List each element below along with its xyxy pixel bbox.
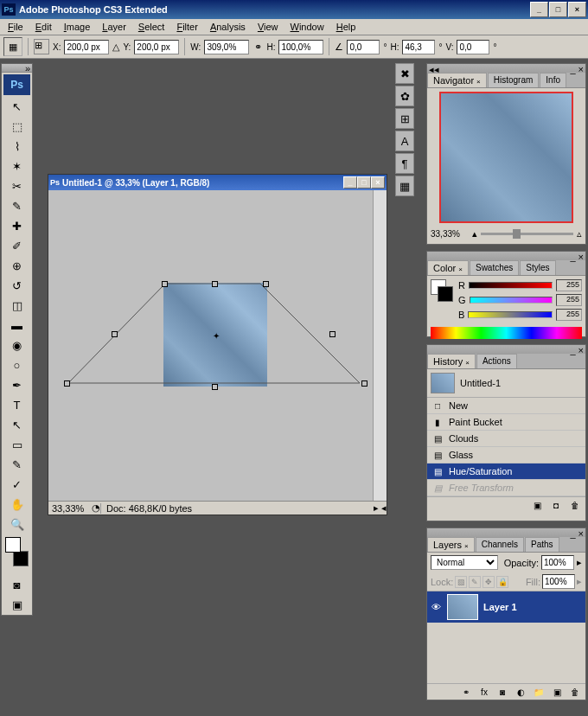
- gradient-tool[interactable]: ▬: [7, 316, 28, 335]
- canvas[interactable]: ✦: [48, 190, 373, 501]
- layer-name[interactable]: Layer 1: [483, 602, 517, 612]
- doc-minimize-button[interactable]: _: [343, 176, 357, 189]
- tab-history[interactable]: History×: [427, 354, 476, 368]
- history-newdoc-icon[interactable]: ▣: [530, 499, 544, 511]
- fill-input[interactable]: [542, 574, 575, 589]
- layer-thumbnail[interactable]: [447, 594, 478, 620]
- move-tool[interactable]: ↖: [7, 97, 28, 116]
- tab-swatches[interactable]: Swatches: [470, 260, 519, 275]
- menu-image[interactable]: Image: [58, 20, 97, 34]
- quickmask-toggle[interactable]: ◙: [7, 575, 28, 594]
- layer-row[interactable]: 👁 Layer 1: [427, 591, 585, 623]
- well-char-icon[interactable]: A: [395, 131, 414, 151]
- status-zoom[interactable]: 33,33%: [48, 503, 92, 514]
- b-slider[interactable]: [468, 311, 553, 318]
- delete-layer-icon[interactable]: 🗑: [568, 686, 582, 698]
- panel-minimize-icon[interactable]: _ ×: [570, 345, 584, 354]
- navigator-slider[interactable]: [481, 233, 573, 235]
- doc-close-button[interactable]: ×: [371, 176, 385, 189]
- well-para-icon[interactable]: ¶: [395, 153, 414, 174]
- menu-analysis[interactable]: Analysis: [204, 20, 252, 34]
- zoom-in-icon[interactable]: ▵: [577, 228, 582, 240]
- transform-handle-tl[interactable]: [162, 281, 168, 287]
- navigator-zoom[interactable]: 33,33%: [431, 229, 469, 239]
- transform-handle-br[interactable]: [361, 380, 368, 387]
- well-brushes-icon[interactable]: ✿: [395, 86, 414, 106]
- color-swatch-pair[interactable]: [431, 279, 453, 302]
- tab-color[interactable]: Color×: [427, 260, 469, 275]
- history-item[interactable]: ▤Clouds: [427, 431, 585, 447]
- transform-handle-tr[interactable]: [263, 281, 269, 287]
- pen-tool[interactable]: ✒: [7, 375, 28, 394]
- layer-group-icon[interactable]: 📁: [532, 686, 546, 698]
- vertical-scrollbar[interactable]: [373, 190, 387, 501]
- history-brush-tool[interactable]: ↺: [7, 276, 28, 295]
- opacity-arrow-icon[interactable]: ▸: [577, 557, 582, 568]
- menu-layer[interactable]: Layer: [96, 20, 132, 34]
- history-item[interactable]: ▮Paint Bucket: [427, 414, 585, 431]
- tab-histogram[interactable]: Histogram: [488, 73, 540, 87]
- opacity-input[interactable]: [541, 555, 574, 570]
- transform-center-icon[interactable]: ✦: [213, 331, 220, 341]
- color-bg-swatch[interactable]: [438, 286, 453, 302]
- well-tools-icon[interactable]: ✖: [395, 63, 414, 84]
- panel-minimize-icon[interactable]: _ ×: [570, 64, 584, 73]
- y-input[interactable]: [134, 40, 179, 54]
- panel-minimize-icon[interactable]: _ ×: [570, 528, 584, 537]
- x-input[interactable]: [64, 40, 109, 54]
- tab-info[interactable]: Info: [540, 73, 566, 87]
- foreground-swatch[interactable]: [5, 537, 21, 553]
- layer-visibility-icon[interactable]: 👁: [430, 601, 442, 613]
- lock-position-icon[interactable]: ✥: [483, 576, 495, 588]
- menu-edit[interactable]: Edit: [29, 20, 58, 34]
- hand-tool[interactable]: ✋: [7, 495, 28, 514]
- lock-transparency-icon[interactable]: ▧: [455, 576, 467, 588]
- well-clone-icon[interactable]: ⊞: [395, 108, 414, 129]
- transform-handle-ml[interactable]: [112, 331, 118, 337]
- toolbox-grip[interactable]: »: [2, 64, 32, 73]
- color-ramp[interactable]: [431, 327, 582, 339]
- blend-mode-select[interactable]: Normal: [431, 555, 498, 570]
- transform-handle-mr[interactable]: [329, 331, 336, 337]
- link-icon[interactable]: ⚭: [252, 39, 263, 54]
- color-swatches[interactable]: [5, 537, 29, 572]
- slice-tool[interactable]: ✎: [7, 196, 28, 215]
- panel-minimize-icon[interactable]: _ ×: [570, 252, 584, 260]
- marquee-tool[interactable]: ⬚: [7, 117, 28, 136]
- menu-view[interactable]: View: [252, 20, 284, 34]
- shape-tool[interactable]: ▭: [7, 435, 28, 454]
- minimize-button[interactable]: _: [530, 2, 548, 17]
- menu-filter[interactable]: Filter: [170, 20, 203, 34]
- tab-channels[interactable]: Channels: [476, 537, 524, 552]
- history-item[interactable]: ▤Glass: [427, 447, 585, 463]
- notes-tool[interactable]: ✎: [7, 455, 28, 474]
- history-item[interactable]: □New: [427, 398, 585, 414]
- reference-point-grid[interactable]: ⊞: [34, 39, 49, 54]
- doc-maximize-button[interactable]: □: [357, 176, 371, 189]
- layer-fx-icon[interactable]: fx: [477, 686, 491, 698]
- transform-handle-bm[interactable]: [212, 384, 218, 390]
- menu-help[interactable]: Help: [330, 20, 362, 34]
- r-value[interactable]: 255: [556, 279, 582, 291]
- w-input[interactable]: [204, 40, 249, 54]
- zoom-tool[interactable]: 🔍: [7, 515, 28, 534]
- panel-collapse-icon[interactable]: ◂◂: [429, 64, 439, 73]
- document-titlebar[interactable]: Ps Untitled-1 @ 33,3% (Layer 1, RGB/8) _…: [48, 175, 387, 190]
- tab-paths[interactable]: Paths: [525, 537, 559, 552]
- g-value[interactable]: 255: [556, 294, 582, 306]
- skew-v-input[interactable]: [457, 40, 489, 54]
- tab-layers[interactable]: Layers×: [427, 537, 475, 552]
- well-layercomps-icon[interactable]: ▦: [395, 176, 414, 196]
- healing-tool[interactable]: ✚: [7, 216, 28, 235]
- menu-file[interactable]: File: [2, 20, 29, 34]
- tab-actions[interactable]: Actions: [476, 354, 517, 368]
- type-tool[interactable]: T: [7, 395, 28, 414]
- r-slider[interactable]: [469, 282, 553, 289]
- navigator-thumbnail[interactable]: [439, 92, 573, 223]
- adjustment-layer-icon[interactable]: ◐: [514, 686, 527, 698]
- brush-tool[interactable]: ✐: [7, 236, 28, 255]
- new-layer-icon[interactable]: ▣: [550, 686, 564, 698]
- screenmode-toggle[interactable]: ▣: [7, 595, 28, 614]
- tab-navigator[interactable]: Navigator×: [427, 73, 487, 87]
- background-swatch[interactable]: [13, 551, 29, 566]
